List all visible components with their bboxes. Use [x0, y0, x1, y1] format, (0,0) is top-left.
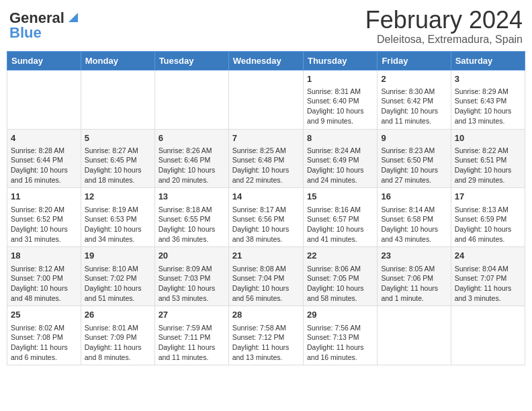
calendar-cell: 7Sunrise: 8:25 AM Sunset: 6:48 PM Daylig… — [228, 129, 303, 188]
day-content: Sunrise: 8:10 AM Sunset: 7:02 PM Dayligh… — [85, 264, 151, 304]
calendar-header-saturday: Saturday — [451, 51, 525, 70]
day-number: 8 — [307, 132, 373, 144]
day-number: 19 — [85, 250, 151, 262]
day-content: Sunrise: 7:59 AM Sunset: 7:11 PM Dayligh… — [159, 323, 225, 363]
day-content: Sunrise: 8:27 AM Sunset: 6:45 PM Dayligh… — [85, 146, 151, 185]
day-number: 4 — [11, 132, 77, 144]
day-content: Sunrise: 8:08 AM Sunset: 7:04 PM Dayligh… — [232, 264, 300, 304]
day-content: Sunrise: 8:19 AM Sunset: 6:53 PM Dayligh… — [85, 205, 151, 244]
calendar-cell — [451, 306, 525, 365]
day-number: 20 — [159, 250, 225, 262]
calendar-header-friday: Friday — [378, 51, 451, 70]
day-content: Sunrise: 8:29 AM Sunset: 6:43 PM Dayligh… — [455, 87, 521, 126]
calendar-cell: 20Sunrise: 8:09 AM Sunset: 7:03 PM Dayli… — [154, 247, 228, 306]
calendar-cell — [378, 306, 451, 365]
day-content: Sunrise: 8:26 AM Sunset: 6:46 PM Dayligh… — [159, 146, 225, 185]
calendar-cell: 16Sunrise: 8:14 AM Sunset: 6:58 PM Dayli… — [378, 188, 451, 247]
calendar-header-monday: Monday — [81, 51, 154, 70]
title-area: February 2024 Deleitosa, Extremadura, Sp… — [365, 7, 523, 46]
calendar-cell: 22Sunrise: 8:06 AM Sunset: 7:05 PM Dayli… — [303, 247, 377, 306]
day-content: Sunrise: 8:16 AM Sunset: 6:57 PM Dayligh… — [307, 205, 373, 244]
day-number: 1 — [307, 73, 373, 85]
calendar-cell: 23Sunrise: 8:05 AM Sunset: 7:06 PM Dayli… — [378, 247, 451, 306]
calendar-cell: 29Sunrise: 7:56 AM Sunset: 7:13 PM Dayli… — [303, 306, 377, 365]
day-number: 23 — [381, 250, 447, 262]
day-content: Sunrise: 8:30 AM Sunset: 6:42 PM Dayligh… — [381, 87, 447, 126]
calendar-cell: 13Sunrise: 8:18 AM Sunset: 6:55 PM Dayli… — [154, 188, 228, 247]
day-number: 15 — [307, 191, 373, 203]
calendar-header-row: SundayMondayTuesdayWednesdayThursdayFrid… — [7, 51, 525, 70]
calendar-cell: 9Sunrise: 8:23 AM Sunset: 6:50 PM Daylig… — [378, 129, 451, 188]
calendar-cell: 10Sunrise: 8:22 AM Sunset: 6:51 PM Dayli… — [451, 129, 525, 188]
day-content: Sunrise: 8:02 AM Sunset: 7:08 PM Dayligh… — [11, 323, 77, 363]
calendar-cell: 3Sunrise: 8:29 AM Sunset: 6:43 PM Daylig… — [451, 70, 525, 129]
day-content: Sunrise: 8:14 AM Sunset: 6:58 PM Dayligh… — [381, 205, 447, 244]
day-number: 29 — [307, 309, 373, 321]
day-content: Sunrise: 8:09 AM Sunset: 7:03 PM Dayligh… — [159, 264, 225, 304]
calendar-cell: 14Sunrise: 8:17 AM Sunset: 6:56 PM Dayli… — [228, 188, 303, 247]
day-number: 25 — [11, 309, 77, 321]
month-title: February 2024 — [365, 7, 523, 34]
day-number: 22 — [307, 250, 373, 262]
day-content: Sunrise: 8:12 AM Sunset: 7:00 PM Dayligh… — [11, 264, 77, 304]
svg-marker-0 — [69, 13, 78, 22]
calendar-cell: 18Sunrise: 8:12 AM Sunset: 7:00 PM Dayli… — [7, 247, 81, 306]
day-content: Sunrise: 8:31 AM Sunset: 6:40 PM Dayligh… — [307, 87, 373, 126]
calendar-header-thursday: Thursday — [303, 51, 377, 70]
day-content: Sunrise: 8:25 AM Sunset: 6:48 PM Dayligh… — [232, 146, 300, 185]
calendar-week-row: 18Sunrise: 8:12 AM Sunset: 7:00 PM Dayli… — [7, 247, 525, 306]
day-number: 24 — [455, 250, 521, 262]
calendar-header-sunday: Sunday — [7, 51, 81, 70]
day-content: Sunrise: 7:56 AM Sunset: 7:13 PM Dayligh… — [307, 323, 373, 363]
day-number: 11 — [11, 191, 77, 203]
calendar-cell: 24Sunrise: 8:04 AM Sunset: 7:07 PM Dayli… — [451, 247, 525, 306]
day-number: 21 — [232, 250, 300, 262]
calendar-cell: 21Sunrise: 8:08 AM Sunset: 7:04 PM Dayli… — [228, 247, 303, 306]
calendar-cell: 6Sunrise: 8:26 AM Sunset: 6:46 PM Daylig… — [154, 129, 228, 188]
calendar-header-tuesday: Tuesday — [154, 51, 228, 70]
day-number: 28 — [232, 309, 300, 321]
calendar-cell — [228, 70, 303, 129]
calendar-cell: 28Sunrise: 7:58 AM Sunset: 7:12 PM Dayli… — [228, 306, 303, 365]
day-number: 12 — [85, 191, 151, 203]
calendar-header-wednesday: Wednesday — [228, 51, 303, 70]
day-number: 13 — [159, 191, 225, 203]
day-content: Sunrise: 8:28 AM Sunset: 6:44 PM Dayligh… — [11, 146, 77, 185]
calendar-cell — [7, 70, 81, 129]
logo-triangle-icon — [66, 10, 79, 24]
calendar-week-row: 25Sunrise: 8:02 AM Sunset: 7:08 PM Dayli… — [7, 306, 525, 365]
calendar-cell: 27Sunrise: 7:59 AM Sunset: 7:11 PM Dayli… — [154, 306, 228, 365]
day-content: Sunrise: 8:24 AM Sunset: 6:49 PM Dayligh… — [307, 146, 373, 185]
day-number: 10 — [455, 132, 521, 144]
day-number: 18 — [11, 250, 77, 262]
day-number: 6 — [159, 132, 225, 144]
calendar-cell — [81, 70, 154, 129]
calendar-cell: 8Sunrise: 8:24 AM Sunset: 6:49 PM Daylig… — [303, 129, 377, 188]
calendar-cell: 26Sunrise: 8:01 AM Sunset: 7:09 PM Dayli… — [81, 306, 154, 365]
day-content: Sunrise: 8:22 AM Sunset: 6:51 PM Dayligh… — [455, 146, 521, 185]
header: General Blue February 2024 Deleitosa, Ex… — [7, 7, 525, 46]
calendar-week-row: 4Sunrise: 8:28 AM Sunset: 6:44 PM Daylig… — [7, 129, 525, 188]
calendar-cell — [154, 70, 228, 129]
day-number: 14 — [232, 191, 300, 203]
day-content: Sunrise: 7:58 AM Sunset: 7:12 PM Dayligh… — [232, 323, 300, 363]
day-content: Sunrise: 8:04 AM Sunset: 7:07 PM Dayligh… — [455, 264, 521, 304]
day-number: 16 — [381, 191, 447, 203]
day-content: Sunrise: 8:06 AM Sunset: 7:05 PM Dayligh… — [307, 264, 373, 304]
logo: General Blue — [9, 11, 79, 40]
day-content: Sunrise: 8:18 AM Sunset: 6:55 PM Dayligh… — [159, 205, 225, 244]
calendar-week-row: 1Sunrise: 8:31 AM Sunset: 6:40 PM Daylig… — [7, 70, 525, 129]
calendar-week-row: 11Sunrise: 8:20 AM Sunset: 6:52 PM Dayli… — [7, 188, 525, 247]
calendar-cell: 17Sunrise: 8:13 AM Sunset: 6:59 PM Dayli… — [451, 188, 525, 247]
day-content: Sunrise: 8:23 AM Sunset: 6:50 PM Dayligh… — [381, 146, 447, 185]
day-number: 27 — [159, 309, 225, 321]
calendar-cell: 11Sunrise: 8:20 AM Sunset: 6:52 PM Dayli… — [7, 188, 81, 247]
day-content: Sunrise: 8:20 AM Sunset: 6:52 PM Dayligh… — [11, 205, 77, 244]
location-title: Deleitosa, Extremadura, Spain — [365, 34, 523, 46]
calendar-cell: 19Sunrise: 8:10 AM Sunset: 7:02 PM Dayli… — [81, 247, 154, 306]
calendar-cell: 5Sunrise: 8:27 AM Sunset: 6:45 PM Daylig… — [81, 129, 154, 188]
calendar-cell: 15Sunrise: 8:16 AM Sunset: 6:57 PM Dayli… — [303, 188, 377, 247]
day-content: Sunrise: 8:17 AM Sunset: 6:56 PM Dayligh… — [232, 205, 300, 244]
day-number: 17 — [455, 191, 521, 203]
day-number: 5 — [85, 132, 151, 144]
